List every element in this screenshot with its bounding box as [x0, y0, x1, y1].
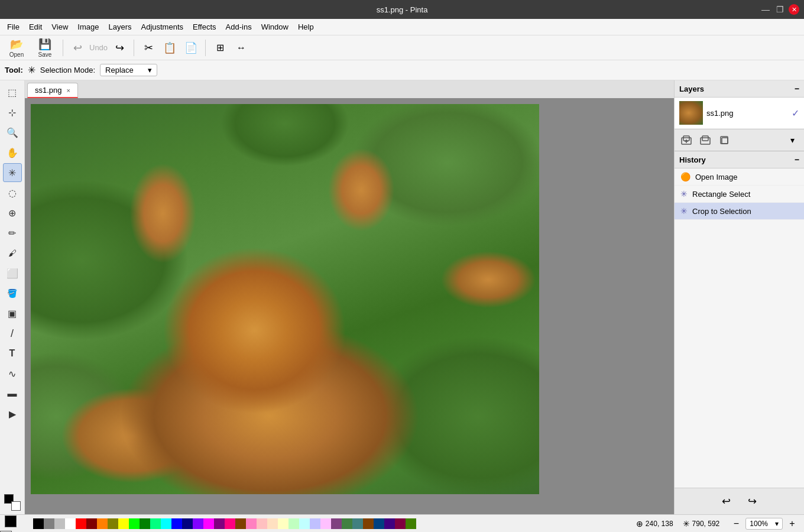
palette-swatch[interactable]	[384, 518, 395, 529]
zoom-dropdown[interactable]: 100% ▾	[745, 518, 783, 530]
palette-swatch[interactable]	[374, 518, 384, 529]
titlebar-controls: — ❐ ✕	[760, 4, 799, 15]
tool-gradient[interactable]: ▣	[3, 304, 22, 323]
cut-button[interactable]: ✂	[139, 38, 158, 57]
menu-edit[interactable]: Edit	[24, 21, 47, 33]
palette-swatch[interactable]	[278, 518, 288, 529]
palette-swatch[interactable]	[44, 518, 54, 529]
restore-button[interactable]: ❐	[774, 4, 785, 15]
tool-bucket[interactable]: 🪣	[3, 284, 22, 303]
menu-layers[interactable]: Layers	[103, 21, 136, 33]
tool-ellipse-select[interactable]: ◌	[3, 183, 22, 202]
tool-more[interactable]: ▶	[3, 404, 22, 423]
palette-swatch[interactable]	[54, 518, 65, 529]
tool-brush[interactable]: 🖌	[3, 244, 22, 262]
palette-swatch[interactable]	[257, 518, 267, 529]
palette-swatch[interactable]	[310, 518, 320, 529]
menu-image[interactable]: Image	[73, 21, 103, 33]
tab-close-icon[interactable]: ×	[67, 87, 70, 94]
palette-swatch[interactable]	[108, 518, 118, 529]
zoom-in-button[interactable]: +	[785, 517, 799, 531]
palette-swatch[interactable]	[406, 518, 416, 529]
palette-swatch[interactable]	[182, 518, 193, 529]
palette-swatch[interactable]	[320, 518, 331, 529]
redo-button[interactable]: ↪	[110, 38, 129, 57]
palette-swatch[interactable]	[342, 518, 352, 529]
layers-more-button[interactable]: ▾	[784, 132, 800, 148]
history-redo-button[interactable]: ↪	[743, 492, 762, 511]
palette-swatch[interactable]	[76, 518, 86, 529]
foreground-color[interactable]	[5, 515, 17, 527]
palette-swatch[interactable]	[86, 518, 97, 529]
palette-swatch[interactable]	[171, 518, 182, 529]
tool-clone[interactable]: ⊕	[3, 203, 22, 222]
paste-button[interactable]: 📄	[181, 38, 200, 57]
tab-ss1[interactable]: ss1.png ×	[27, 83, 78, 98]
save-button[interactable]: 💾 Save	[32, 36, 58, 60]
tool-select-rect[interactable]: ⬚	[3, 83, 22, 102]
menu-view[interactable]: View	[47, 21, 73, 33]
menu-adjustments[interactable]: Adjustments	[136, 21, 188, 33]
add-layer-button[interactable]	[678, 132, 695, 148]
palette-swatch[interactable]	[129, 518, 140, 529]
tool-pan[interactable]: ✋	[3, 143, 22, 162]
palette-swatch[interactable]	[235, 518, 246, 529]
duplicate-layer-button[interactable]	[716, 132, 732, 148]
palette-swatch[interactable]	[352, 518, 363, 529]
history-item-crop[interactable]: ✳ Crop to Selection	[675, 203, 804, 220]
palette-swatch[interactable]	[395, 518, 406, 529]
tool-eraser[interactable]: ⬜	[3, 264, 22, 283]
tool-shapes[interactable]: ▬	[3, 384, 22, 403]
menu-file[interactable]: File	[2, 21, 24, 33]
tool-zoom[interactable]: 🔍	[3, 123, 22, 142]
layers-collapse-button[interactable]: −	[795, 84, 799, 93]
history-collapse-button[interactable]: −	[795, 155, 799, 164]
selection-mode-dropdown[interactable]: Replace ▾	[100, 64, 157, 76]
menu-effects[interactable]: Effects	[188, 21, 221, 33]
close-button[interactable]: ✕	[789, 4, 799, 15]
palette-swatch[interactable]	[363, 518, 374, 529]
palette-swatch[interactable]	[214, 518, 225, 529]
tool-line[interactable]: /	[3, 324, 22, 343]
canvas-container[interactable]	[25, 98, 674, 514]
palette-swatch[interactable]	[288, 518, 299, 529]
resize-button[interactable]: ↔	[232, 38, 251, 57]
palette-swatch[interactable]	[267, 518, 278, 529]
palette-swatch[interactable]	[331, 518, 342, 529]
palette-swatch[interactable]	[65, 518, 76, 529]
tool-color[interactable]	[3, 493, 22, 512]
palette-swatch[interactable]	[118, 518, 129, 529]
menu-window[interactable]: Window	[257, 21, 293, 33]
palette-swatch[interactable]	[150, 518, 161, 529]
undo-button[interactable]: ↩	[68, 38, 87, 57]
remove-layer-button[interactable]	[697, 132, 714, 148]
history-item-open[interactable]: 🟠 Open Image	[675, 168, 804, 186]
tool-bezier[interactable]: ∿	[3, 364, 22, 383]
menu-addins[interactable]: Add-ins	[221, 21, 257, 33]
palette-swatch[interactable]	[33, 518, 44, 529]
palette-swatch[interactable]	[203, 518, 214, 529]
tool-text[interactable]: T	[3, 344, 22, 363]
crop-button[interactable]: ⊞	[210, 38, 229, 57]
tool-lasso[interactable]: ⊹	[3, 103, 22, 122]
toolbar-separator-1	[63, 40, 63, 56]
layer-visible-icon[interactable]: ✓	[792, 108, 799, 119]
open-button[interactable]: 📂 Open	[4, 36, 30, 60]
palette-swatch[interactable]	[193, 518, 203, 529]
palette-swatch[interactable]	[246, 518, 257, 529]
tool-magic-wand[interactable]: ✳	[3, 163, 22, 182]
color-selector[interactable]	[5, 515, 26, 532]
history-undo-button[interactable]: ↩	[717, 492, 736, 511]
palette-swatch[interactable]	[299, 518, 310, 529]
layer-item[interactable]: ss1.png ✓	[675, 98, 804, 129]
copy-button[interactable]: 📋	[160, 38, 179, 57]
zoom-out-button[interactable]: −	[729, 517, 743, 531]
minimize-button[interactable]: —	[760, 4, 771, 15]
palette-swatch[interactable]	[161, 518, 171, 529]
palette-swatch[interactable]	[97, 518, 108, 529]
palette-swatch[interactable]	[140, 518, 150, 529]
history-item-rectselect[interactable]: ✳ Rectangle Select	[675, 186, 804, 203]
tool-pencil[interactable]: ✏	[3, 223, 22, 242]
menu-help[interactable]: Help	[293, 21, 319, 33]
palette-swatch[interactable]	[225, 518, 235, 529]
